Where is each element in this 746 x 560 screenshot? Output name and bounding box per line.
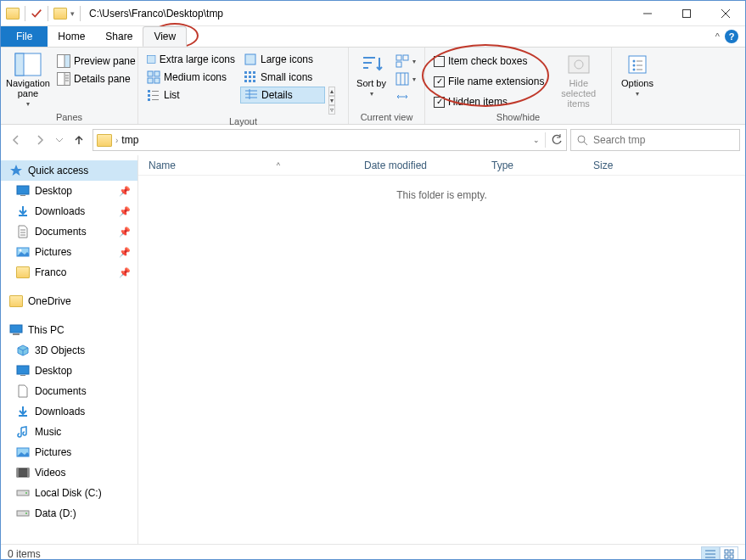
svg-rect-66 [10, 325, 22, 333]
layout-xl-icons[interactable]: Extra large icons [143, 51, 238, 68]
sort-by-button[interactable]: Sort by ▾ [354, 49, 389, 98]
search-input[interactable] [593, 134, 734, 146]
svg-rect-47 [569, 56, 589, 73]
svg-rect-25 [244, 80, 247, 82]
nav-quick-access[interactable]: Quick access [1, 160, 137, 181]
nav-desktop-pc[interactable]: Desktop [1, 361, 137, 381]
file-name-extensions-toggle[interactable]: File name extensions [430, 73, 547, 90]
breadcrumb-chevron-icon[interactable]: › [115, 136, 118, 145]
svg-rect-22 [244, 76, 247, 78]
svg-point-56 [578, 136, 585, 143]
pin-icon: 📌 [119, 247, 131, 258]
nav-videos[interactable]: Videos [1, 462, 137, 483]
svg-point-76 [25, 492, 27, 494]
group-by-button[interactable]: ▾ [392, 53, 419, 70]
address-bar-row: › tmp ⌄ [1, 125, 745, 155]
svg-rect-23 [249, 76, 251, 78]
svg-rect-85 [730, 555, 733, 558]
svg-rect-15 [148, 71, 153, 76]
up-button[interactable] [69, 130, 89, 150]
svg-rect-27 [253, 80, 255, 82]
qat-properties-icon[interactable] [31, 8, 42, 20]
layout-expand-icon[interactable]: ▿ [328, 105, 335, 115]
collapse-ribbon-icon[interactable]: ^ [715, 31, 720, 42]
window-folder-icon [6, 8, 20, 20]
address-history-dropdown-icon[interactable]: ⌄ [533, 136, 540, 144]
svg-rect-1 [683, 9, 691, 17]
pictures-icon [16, 245, 30, 259]
window-title: C:\Users\Franco\Desktop\tmp [89, 8, 223, 20]
nav-3d-objects[interactable]: 3D Objects [1, 340, 137, 361]
layout-scroll-down-icon[interactable]: ▾ [328, 96, 335, 105]
column-type[interactable]: Type [491, 160, 593, 171]
svg-rect-17 [148, 78, 153, 83]
nav-documents[interactable]: Documents📌 [1, 221, 137, 242]
layout-m-icons[interactable]: Medium icons [143, 69, 238, 86]
downloads-icon [16, 405, 30, 418]
nav-desktop[interactable]: Desktop📌 [1, 181, 137, 201]
tab-view[interactable]: View [143, 26, 187, 47]
svg-rect-30 [148, 94, 150, 97]
nav-local-disk-c[interactable]: Local Disk (C:) [1, 483, 137, 503]
maximize-button[interactable] [667, 1, 706, 26]
column-size[interactable]: Size [593, 160, 661, 171]
breadcrumb-current[interactable]: tmp [121, 134, 138, 146]
navigation-pane-button[interactable]: Navigation pane ▾ [6, 49, 50, 108]
column-name[interactable]: Name^ [149, 160, 364, 171]
svg-rect-44 [396, 73, 408, 85]
options-button[interactable]: Options ▾ [617, 49, 658, 98]
refresh-icon[interactable] [551, 134, 563, 146]
svg-rect-18 [154, 78, 160, 83]
minimize-button[interactable] [628, 1, 667, 26]
nav-franco[interactable]: Franco📌 [1, 262, 137, 283]
tab-share[interactable]: Share [95, 26, 143, 47]
nav-this-pc[interactable]: This PC [1, 320, 137, 340]
qat-dropdown-icon[interactable]: ▾ [70, 9, 75, 18]
add-columns-button[interactable]: ▾ [392, 70, 419, 87]
nav-pictures[interactable]: Pictures📌 [1, 242, 137, 262]
nav-downloads[interactable]: Downloads📌 [1, 201, 137, 221]
close-button[interactable] [706, 1, 745, 26]
svg-rect-74 [27, 468, 29, 477]
hidden-items-toggle[interactable]: Hidden items [430, 93, 547, 110]
forward-button[interactable] [30, 130, 50, 150]
address-bar[interactable]: › tmp ⌄ [93, 129, 567, 151]
svg-rect-41 [396, 55, 401, 60]
svg-rect-7 [65, 55, 70, 68]
layout-scroll-up-icon[interactable]: ▴ [328, 87, 335, 96]
panes-group-label: Panes [6, 110, 132, 124]
svg-rect-14 [245, 54, 255, 64]
nav-pictures-pc[interactable]: Pictures [1, 442, 137, 462]
back-button[interactable] [6, 130, 26, 150]
drive-icon [16, 486, 30, 500]
svg-rect-59 [20, 195, 25, 196]
help-icon[interactable]: ? [725, 30, 738, 43]
recent-locations-button[interactable] [53, 130, 65, 150]
nav-downloads-pc[interactable]: Downloads [1, 401, 137, 422]
details-pane-button[interactable]: Details pane [53, 70, 139, 87]
nav-onedrive[interactable]: OneDrive [1, 291, 137, 311]
3d-objects-icon [16, 344, 30, 357]
preview-pane-button[interactable]: Preview pane [53, 53, 139, 70]
column-headers: Name^ Date modified Type Size [138, 155, 745, 176]
details-view-toggle[interactable] [701, 546, 720, 561]
nav-data-d[interactable]: Data (D:) [1, 503, 137, 524]
tab-home[interactable]: Home [48, 26, 95, 47]
layout-details[interactable]: Details [240, 87, 325, 104]
nav-music[interactable]: Music [1, 422, 137, 442]
navigation-pane[interactable]: Quick access Desktop📌 Downloads📌 Documen… [1, 155, 138, 544]
thumbnails-view-toggle[interactable] [720, 546, 738, 561]
layout-list[interactable]: List [143, 87, 238, 104]
search-box[interactable] [570, 129, 740, 151]
column-date-modified[interactable]: Date modified [364, 160, 491, 171]
qat-newfolder-icon[interactable] [53, 8, 67, 20]
nav-documents-pc[interactable]: Documents [1, 381, 137, 401]
layout-l-icons[interactable]: Large icons [240, 51, 325, 68]
search-icon [576, 134, 588, 146]
size-columns-button[interactable] [392, 88, 419, 105]
svg-rect-20 [249, 71, 251, 74]
layout-s-icons[interactable]: Small icons [240, 69, 325, 86]
tab-file[interactable]: File [1, 26, 48, 47]
star-icon [9, 164, 23, 177]
item-check-boxes-toggle[interactable]: Item check boxes [430, 53, 547, 70]
